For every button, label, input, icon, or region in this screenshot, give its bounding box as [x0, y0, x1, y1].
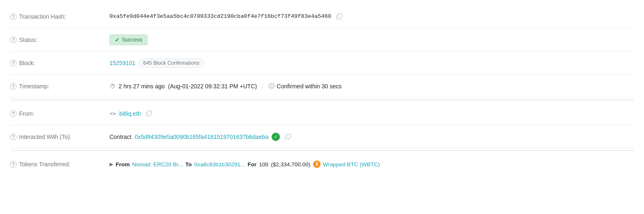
interacted-value-col: Contract 0x5d94309e5a0090b165fa418151970… — [109, 133, 634, 141]
status-label-col: ? Status: — [10, 36, 109, 43]
interacted-label: Interacted With (To): — [19, 134, 71, 140]
timestamp-datetime: (Aug-01-2022 09:32:31 PM +UTC) — [168, 83, 257, 90]
section-divider-2 — [10, 150, 634, 151]
transaction-details: ? Transaction Hash: 0xa5fe9d044e4f3e5aa5… — [0, 0, 644, 181]
status-badge-text: Success — [122, 36, 142, 43]
from-address-link[interactable]: bitliq.eth — [119, 110, 141, 117]
contract-prefix: Contract — [109, 134, 131, 140]
timestamp-label-col: ? Timestamp: — [10, 83, 109, 90]
tokens-for-keyword: For — [248, 161, 257, 168]
timestamp-label: Timestamp: — [19, 83, 49, 90]
tx-hash-row: ? Transaction Hash: 0xa5fe9d044e4f3e5aa5… — [10, 5, 634, 28]
tokens-usd-value: ($2,334,700.00) — [271, 161, 310, 168]
from-label-col: ? From: — [10, 110, 109, 117]
tokens-label-col: ? Tokens Transferred: — [10, 161, 109, 168]
interacted-with-row: ? Interacted With (To): Contract 0x5d943… — [10, 125, 634, 148]
from-row: ? From: <> bitliq.eth — [10, 102, 634, 125]
wbtc-icon: ₿ — [313, 160, 321, 168]
tokens-amount: 100 — [259, 161, 269, 168]
block-help-icon[interactable]: ? — [10, 60, 17, 66]
from-value-col: <> bitliq.eth — [109, 110, 634, 117]
status-check-icon: ✔ — [115, 36, 120, 43]
timestamp-separator: | — [262, 83, 264, 90]
confirmations-badge: 645 Block Confirmations — [139, 58, 204, 68]
confirmed-text: ⓘ Confirmed within 30 secs — [268, 83, 341, 90]
tokens-label: Tokens Transferred: — [19, 161, 70, 168]
tokens-value-col: ▶ From Nomad: ERC20 Br... To 0xa8c83b1b3… — [109, 160, 634, 168]
tokens-to-address-link[interactable]: 0xa8c83b1b30291... — [194, 161, 245, 168]
tokens-transfer-detail: ▶ From Nomad: ERC20 Br... To 0xa8c83b1b3… — [109, 160, 380, 168]
block-label-col: ? Block: — [10, 60, 109, 66]
tx-hash-value: 0xa5fe9d044e4f3e5aa5bc4c0709333cd2190cba… — [109, 13, 331, 19]
tokens-help-icon[interactable]: ? — [10, 161, 17, 168]
contract-address-link[interactable]: 0x5d94309e5a0090b165fa4181519701637b6dae… — [135, 134, 268, 140]
tokens-from-address-link[interactable]: Nomad: ERC20 Br... — [132, 161, 183, 168]
clock-icon: ⏱ — [109, 83, 115, 90]
wbtc-token-link[interactable]: Wrapped BTC (WBTC) — [323, 161, 380, 168]
section-divider — [10, 100, 634, 100]
tx-hash-copy-button[interactable] — [335, 13, 344, 20]
tokens-arrow-icon: ▶ — [109, 161, 113, 167]
interacted-label-col: ? Interacted With (To): — [10, 134, 109, 140]
status-badge: ✔ Success — [109, 34, 148, 45]
tx-hash-label: Transaction Hash: — [19, 13, 66, 20]
block-number-link[interactable]: 15259101 — [109, 60, 135, 66]
from-code-icon: <> — [109, 110, 116, 117]
confirmed-label: Confirmed within 30 secs — [277, 83, 341, 90]
from-help-icon[interactable]: ? — [10, 110, 17, 117]
status-value-col: ✔ Success — [109, 34, 634, 45]
timestamp-row: ? Timestamp: ⏱ 2 hrs 27 mins ago (Aug-01… — [10, 75, 634, 98]
tx-hash-value-col: 0xa5fe9d044e4f3e5aa5bc4c0709333cd2190cba… — [109, 13, 634, 20]
timestamp-value-col: ⏱ 2 hrs 27 mins ago (Aug-01-2022 09:32:3… — [109, 83, 634, 90]
timestamp-ago: 2 hrs 27 mins ago — [119, 83, 165, 90]
tx-hash-help-icon[interactable]: ? — [10, 13, 17, 20]
interacted-help-icon[interactable]: ? — [10, 134, 17, 140]
status-help-icon[interactable]: ? — [10, 36, 17, 43]
status-row: ? Status: ✔ Success — [10, 28, 634, 51]
block-value-col: 15259101 645 Block Confirmations — [109, 58, 634, 68]
contract-copy-button[interactable] — [283, 133, 292, 141]
block-label: Block: — [19, 60, 35, 66]
verified-icon: ✓ — [272, 133, 280, 141]
timestamp-help-icon[interactable]: ? — [10, 83, 17, 90]
tokens-row: ? Tokens Transferred: ▶ From Nomad: ERC2… — [10, 153, 634, 176]
tokens-from-keyword: From — [116, 161, 130, 168]
confirmed-info-icon: ⓘ — [268, 83, 275, 89]
tx-hash-label-col: ? Transaction Hash: — [10, 13, 109, 20]
from-copy-button[interactable] — [144, 110, 153, 117]
status-label: Status: — [19, 36, 37, 43]
from-label: From: — [19, 110, 34, 117]
tokens-to-keyword: To — [185, 161, 192, 168]
block-row: ? Block: 15259101 645 Block Confirmation… — [10, 51, 634, 75]
